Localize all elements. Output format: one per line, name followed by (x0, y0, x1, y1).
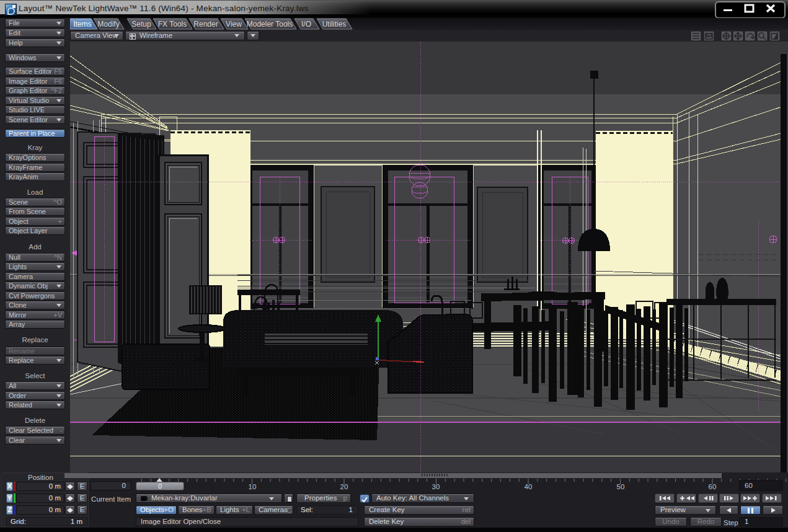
svg-text:Utilities: Utilities (322, 20, 347, 29)
svg-text:Modify: Modify (97, 20, 119, 29)
svg-text:Render: Render (193, 20, 218, 29)
svg-text:Setup: Setup (131, 20, 151, 29)
svg-text:Modeler Tools: Modeler Tools (247, 20, 293, 29)
svg-text:FX Tools: FX Tools (158, 20, 187, 29)
svg-text:Items: Items (73, 20, 91, 29)
svg-text:View: View (226, 20, 242, 29)
svg-text:I/O: I/O (301, 20, 311, 29)
